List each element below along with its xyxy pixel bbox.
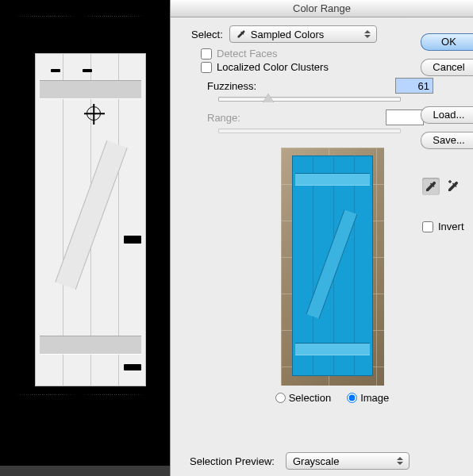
radio-image-input[interactable] [347, 393, 357, 403]
save-button[interactable]: Save... [421, 132, 473, 149]
grayscale-preview-shutter [35, 53, 146, 386]
updown-arrows-icon [362, 28, 373, 40]
eyedropper-plus-icon [447, 180, 460, 193]
eyedropper-add-tool[interactable] [444, 178, 462, 195]
load-button[interactable]: Load... [421, 106, 473, 124]
detect-faces-checkbox[interactable] [201, 48, 212, 60]
range-input [386, 109, 424, 125]
updown-arrows-icon [394, 455, 406, 467]
select-mode-value: Sampled Colors [251, 29, 325, 40]
radio-image[interactable]: Image [347, 392, 389, 404]
localized-clusters-label: Localized Color Clusters [217, 61, 329, 73]
radio-selection-label: Selection [289, 392, 331, 404]
radio-image-label: Image [360, 392, 389, 404]
selection-preview-popup[interactable]: Grayscale [286, 452, 410, 470]
fuzziness-label: Fuzziness: [207, 80, 256, 92]
marching-ants-selection [12, 16, 147, 395]
eyedropper-tool[interactable] [422, 178, 440, 195]
selection-preview-label: Selection Preview: [190, 455, 275, 467]
sample-point-crosshair-icon [87, 106, 101, 121]
document-canvas[interactable] [0, 0, 170, 476]
canvas-bottom-strip [0, 466, 170, 476]
eyedropper-icon [236, 29, 246, 39]
dialog-actions: OK Cancel Load... Save... Invert [421, 33, 473, 232]
cancel-button[interactable]: Cancel [421, 59, 473, 76]
preview-shutter [292, 155, 373, 376]
invert-checkbox[interactable] [422, 221, 433, 232]
fuzziness-slider-thumb[interactable] [263, 94, 274, 102]
select-mode-popup[interactable]: Sampled Colors [229, 25, 377, 43]
radio-selection-input[interactable] [275, 393, 286, 403]
invert-label: Invert [438, 221, 464, 232]
ok-button[interactable]: OK [421, 33, 473, 51]
app-root: Color Range Select: Sampled Colors Detec… [0, 0, 473, 476]
selection-preview-value: Grayscale [293, 455, 340, 467]
localized-clusters-checkbox[interactable] [201, 62, 212, 73]
color-range-dialog: Color Range Select: Sampled Colors Detec… [170, 0, 473, 476]
fuzziness-slider[interactable] [218, 97, 401, 102]
eyedropper-tools [421, 178, 473, 195]
range-slider [218, 129, 401, 133]
dialog-title: Color Range [171, 0, 473, 17]
detect-faces-label: Detect Faces [217, 48, 278, 60]
eyedropper-icon [425, 180, 437, 193]
range-label: Range: [207, 112, 240, 124]
preview-mode-radios: Selection Image [191, 392, 473, 404]
select-label: Select: [191, 29, 223, 40]
preview-thumbnail[interactable] [281, 148, 384, 386]
radio-selection[interactable]: Selection [275, 392, 331, 404]
